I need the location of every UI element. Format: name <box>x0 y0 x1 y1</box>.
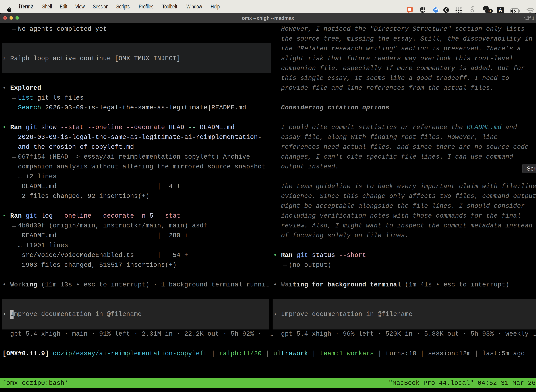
svg-text:A: A <box>499 8 502 13</box>
svg-text:..61: ..61 <box>486 9 491 13</box>
